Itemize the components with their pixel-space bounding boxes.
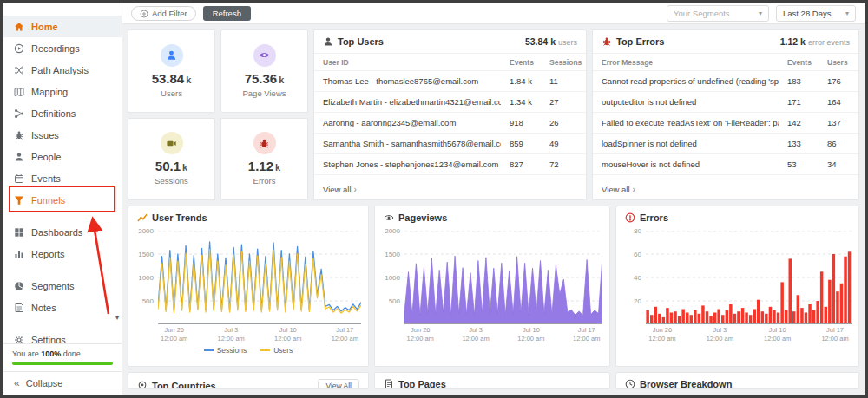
x-tick-label: Jul 312:00 am <box>218 326 245 343</box>
sidebar-item-label: Settings <box>31 335 66 344</box>
x-tick-label: Jul 1012:00 am <box>274 326 301 343</box>
calendar-icon <box>14 173 24 184</box>
definitions-icon <box>14 108 24 119</box>
column-header: Events <box>501 54 541 71</box>
person-icon <box>14 152 24 162</box>
top-users-panel: Top Users 53.84 kusers User ID Events Se… <box>313 29 587 200</box>
sidebar-item-mapping[interactable]: Mapping <box>3 81 122 102</box>
sidebar-item-funnels[interactable]: Funnels <box>3 189 122 211</box>
x-tick-label: Jun 2612:00 am <box>407 326 434 343</box>
column-header: Sessions <box>541 54 586 71</box>
table-row[interactable]: Thomas Lee - thomaslee8765@email.com1.84… <box>314 71 586 92</box>
stat-card-sessions[interactable]: 50.1k Sessions <box>128 118 215 201</box>
add-filter-button[interactable]: Add Filter <box>131 6 196 21</box>
panel-title: User Trends <box>152 212 207 223</box>
path-analysis-icon <box>14 65 24 75</box>
panel-title: Pageviews <box>398 212 447 223</box>
date-range-select[interactable]: Last 28 Days▾ <box>776 5 856 22</box>
sidebar-item-label: Notes <box>31 303 56 313</box>
sidebar-item-reports[interactable]: Reports <box>3 243 122 264</box>
progress-percent: 100% <box>41 349 61 358</box>
refresh-button[interactable]: Refresh <box>203 6 251 21</box>
table-row[interactable]: Failed to execute 'readAsText' on 'FileR… <box>593 113 858 134</box>
stat-value: 53.84k <box>152 71 192 86</box>
y-tick-label: 2000 <box>385 227 400 235</box>
progress-text: You are 100% done <box>12 349 113 358</box>
stat-card-page-views[interactable]: 75.36k Page Views <box>220 29 308 113</box>
sidebar-item-dashboards[interactable]: Dashboards <box>3 221 122 243</box>
stat-label: Errors <box>253 176 276 186</box>
sidebar-item-settings[interactable]: Settings <box>3 329 122 343</box>
segments-select[interactable]: Your Segments▾ <box>667 5 769 22</box>
home-icon <box>14 22 24 32</box>
sidebar-item-label: Definitions <box>31 108 76 119</box>
sidebar-item-label: Events <box>31 173 61 184</box>
sidebar-item-events[interactable]: Events <box>3 167 122 189</box>
x-tick-label: Jul 1012:00 am <box>764 326 791 343</box>
column-header: Events <box>779 54 819 71</box>
sidebar-item-label: Issues <box>31 130 59 140</box>
bug-icon <box>602 36 612 47</box>
sidebar-item-recordings[interactable]: Recordings <box>3 37 122 59</box>
x-tick-label: Jul 1712:00 am <box>821 326 848 343</box>
panel-title: Top Users <box>338 36 384 47</box>
sidebar-item-notes[interactable]: Notes <box>3 297 122 318</box>
top-countries-panel: Top Countries View All <box>128 372 369 389</box>
main-area: Add Filter Refresh Your Segments▾ Last 2… <box>122 3 865 395</box>
stat-card-errors[interactable]: 1.12k Errors <box>220 118 308 201</box>
table-row[interactable]: Elizabeth Martin - elizabethmartin4321@e… <box>314 92 586 113</box>
sidebar-item-issues[interactable]: Issues <box>3 124 122 146</box>
table-row[interactable]: Cannot read properties of undefined (rea… <box>593 71 858 92</box>
table-row[interactable]: Samantha Smith - samanthasmith5678@email… <box>314 134 586 154</box>
sidebar-item-home[interactable]: Home <box>3 16 122 37</box>
legend-label: Users <box>273 346 293 355</box>
y-tick-label: 20 <box>634 297 641 305</box>
errors-plot <box>646 231 852 324</box>
top-errors-header: Top Errors 1.12 kerror events <box>593 30 858 54</box>
app-frame: Home Recordings Path Analysis Mapping De… <box>3 3 865 395</box>
eye-icon <box>384 212 394 223</box>
sidebar-item-label: People <box>31 152 61 162</box>
gear-icon <box>14 335 24 344</box>
collapse-button[interactable]: « Collapse <box>3 371 122 395</box>
top-users-view-all-link[interactable]: View all› <box>314 179 586 199</box>
table-row[interactable]: mouseHover is not defined5334 <box>593 154 858 175</box>
stat-card-users[interactable]: 53.84k Users <box>128 29 215 113</box>
x-tick-label: Jun 2612:00 am <box>161 326 187 343</box>
analytics-dashboard: { "colors": { "accent_orange": "#e8710a"… <box>0 0 868 398</box>
chevron-right-icon: › <box>354 185 357 194</box>
table-row[interactable]: outputeditor is not defined171164 <box>593 92 858 113</box>
top-countries-view-all-button[interactable]: View All <box>318 379 359 389</box>
table-row[interactable]: Stephen Jones - stephenjones1234@email.c… <box>314 154 586 175</box>
y-tick-label: 60 <box>634 251 641 258</box>
y-axis-labels: 200015001000500 <box>382 231 404 324</box>
legend-item[interactable]: Sessions <box>204 346 247 355</box>
funnel-icon <box>14 195 24 206</box>
top-errors-view-all-link[interactable]: View all› <box>593 179 858 199</box>
document-icon <box>384 379 394 389</box>
sidebar-item-people[interactable]: People <box>3 146 122 167</box>
sidebar-item-path-analysis[interactable]: Path Analysis <box>3 59 122 81</box>
legend-swatch <box>204 349 214 351</box>
sidebar-scroll-down-icon[interactable]: ▾ <box>115 314 119 322</box>
panel-title: Top Pages <box>398 379 446 389</box>
column-header: Error Message <box>593 54 779 71</box>
sidebar-item-segments[interactable]: Segments <box>3 275 122 297</box>
chevron-right-icon: › <box>633 185 635 194</box>
clock-icon <box>625 379 635 389</box>
top-users-header: Top Users 53.84 kusers <box>314 30 586 54</box>
user-trends-chart-card: User Trends 200015001000500 Jun 2612:00 … <box>128 206 369 367</box>
table-row[interactable]: Aaronng - aaronng2345@email.com91826 <box>314 113 586 134</box>
y-tick-label: 500 <box>389 297 400 305</box>
sidebar-item-definitions[interactable]: Definitions <box>3 102 122 124</box>
legend-label: Sessions <box>217 346 247 355</box>
user-trends-header: User Trends <box>128 206 368 229</box>
legend-item[interactable]: Users <box>260 346 293 355</box>
table-row[interactable]: loadSpinner is not defined13386 <box>593 134 858 154</box>
x-tick-label: Jul 312:00 am <box>707 326 733 343</box>
stat-value: 75.36k <box>245 71 285 86</box>
sidebar-item-label: Segments <box>31 281 75 291</box>
x-axis-labels: Jun 2612:00 amJul 312:00 amJul 1012:00 a… <box>646 326 852 343</box>
mapping-icon <box>14 87 24 97</box>
x-tick-label: Jul 1712:00 am <box>573 326 600 343</box>
